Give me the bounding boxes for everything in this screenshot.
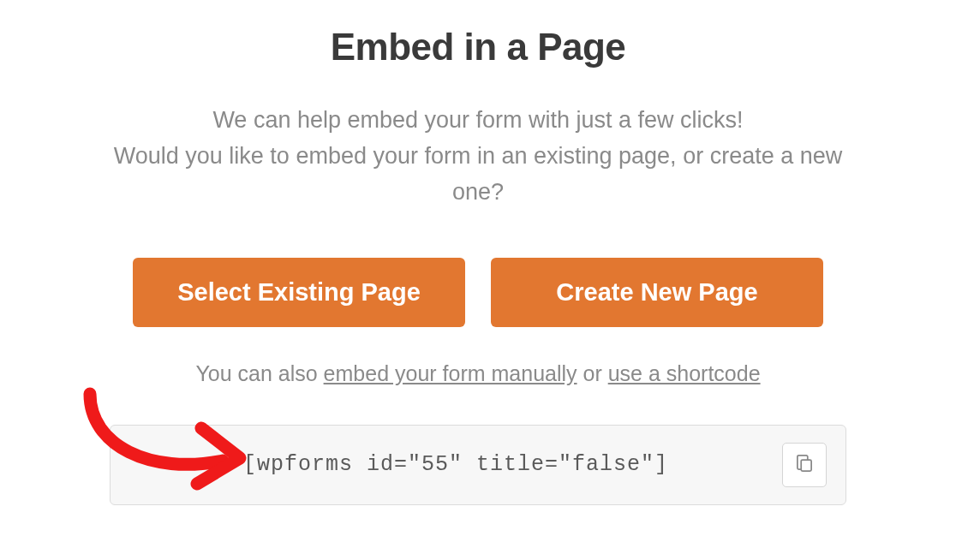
helper-text: You can also embed your form manually or… bbox=[93, 361, 863, 386]
shortcode-value: [wpforms id="55" title="false"] bbox=[129, 452, 782, 477]
shortcode-box: [wpforms id="55" title="false"] bbox=[110, 425, 846, 505]
button-row: Select Existing Page Create New Page bbox=[93, 258, 863, 327]
page-title: Embed in a Page bbox=[93, 26, 863, 69]
create-new-page-button[interactable]: Create New Page bbox=[491, 258, 823, 327]
subtitle-line-1: We can help embed your form with just a … bbox=[212, 107, 743, 133]
select-existing-page-button[interactable]: Select Existing Page bbox=[133, 258, 465, 327]
subtitle-line-2: Would you like to embed your form in an … bbox=[114, 143, 842, 205]
helper-middle: or bbox=[577, 361, 608, 385]
svg-rect-0 bbox=[801, 460, 811, 471]
copy-icon bbox=[793, 452, 816, 477]
use-shortcode-link[interactable]: use a shortcode bbox=[608, 361, 761, 385]
embed-manually-link[interactable]: embed your form manually bbox=[324, 361, 577, 385]
copy-shortcode-button[interactable] bbox=[782, 443, 827, 487]
helper-prefix: You can also bbox=[195, 361, 323, 385]
embed-dialog: Embed in a Page We can help embed your f… bbox=[58, 26, 898, 505]
subtitle: We can help embed your form with just a … bbox=[93, 103, 863, 211]
